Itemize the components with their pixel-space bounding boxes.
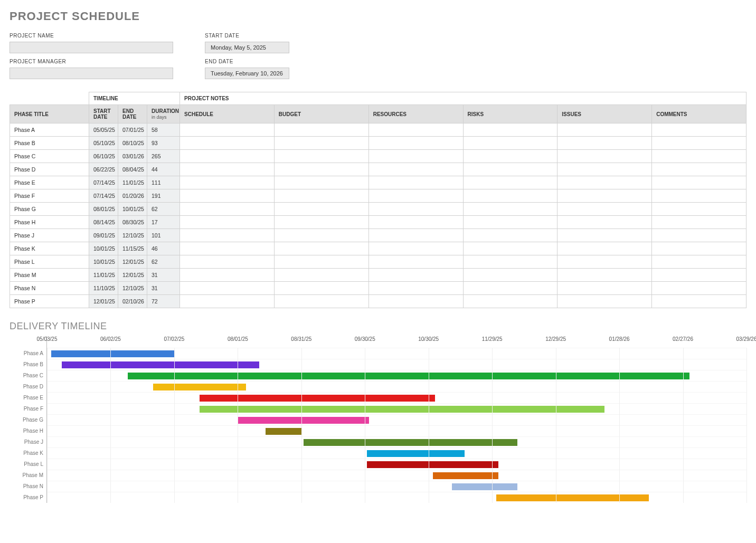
cell-schedule[interactable] (180, 163, 275, 176)
cell-resources[interactable] (368, 163, 463, 176)
cell-comments[interactable] (652, 295, 746, 308)
gantt-row-label: Phase G (10, 414, 46, 425)
cell-schedule[interactable] (180, 216, 275, 229)
cell-resources[interactable] (368, 229, 463, 242)
cell-start: 12/01/25 (89, 295, 118, 308)
cell-schedule[interactable] (180, 150, 275, 163)
project-manager-label: PROJECT MANAGER (10, 59, 173, 64)
cell-comments[interactable] (652, 255, 746, 269)
cell-comments[interactable] (652, 123, 746, 137)
cell-budget[interactable] (274, 216, 368, 229)
cell-issues[interactable] (557, 269, 652, 282)
cell-schedule[interactable] (180, 269, 275, 282)
cell-issues[interactable] (557, 123, 652, 137)
cell-budget[interactable] (274, 176, 368, 189)
cell-duration: 62 (147, 255, 180, 269)
cell-resources[interactable] (368, 150, 463, 163)
cell-phase: Phase J (10, 229, 89, 242)
cell-schedule[interactable] (180, 189, 275, 203)
cell-budget[interactable] (274, 282, 368, 295)
cell-issues[interactable] (557, 137, 652, 150)
cell-issues[interactable] (557, 255, 652, 269)
cell-risks[interactable] (463, 216, 557, 229)
gantt-row-label: Phase F (10, 403, 46, 414)
cell-comments[interactable] (652, 189, 746, 203)
cell-resources[interactable] (368, 137, 463, 150)
cell-issues[interactable] (557, 282, 652, 295)
cell-comments[interactable] (652, 176, 746, 189)
cell-schedule[interactable] (180, 229, 275, 242)
cell-resources[interactable] (368, 282, 463, 295)
gantt-bar (153, 384, 247, 390)
cell-issues[interactable] (557, 176, 652, 189)
cell-issues[interactable] (557, 203, 652, 216)
cell-resources[interactable] (368, 176, 463, 189)
start-date-value: Monday, May 5, 2025 (205, 42, 289, 53)
cell-budget[interactable] (274, 229, 368, 242)
cell-issues[interactable] (557, 150, 652, 163)
cell-schedule[interactable] (180, 123, 275, 137)
cell-comments[interactable] (652, 229, 746, 242)
cell-comments[interactable] (652, 137, 746, 150)
gantt-tick: 08/01/25 (228, 336, 248, 342)
cell-start: 11/01/25 (89, 269, 118, 282)
cell-resources[interactable] (368, 216, 463, 229)
cell-budget[interactable] (274, 269, 368, 282)
project-manager-input[interactable] (10, 68, 173, 79)
cell-schedule[interactable] (180, 255, 275, 269)
cell-risks[interactable] (463, 282, 557, 295)
cell-comments[interactable] (652, 242, 746, 255)
cell-issues[interactable] (557, 295, 652, 308)
cell-risks[interactable] (463, 189, 557, 203)
gantt-bar (266, 428, 301, 435)
cell-risks[interactable] (463, 269, 557, 282)
gantt-gridline (746, 348, 747, 503)
cell-risks[interactable] (463, 137, 557, 150)
cell-budget[interactable] (274, 123, 368, 137)
cell-schedule[interactable] (180, 282, 275, 295)
cell-budget[interactable] (274, 150, 368, 163)
cell-risks[interactable] (463, 203, 557, 216)
cell-risks[interactable] (463, 242, 557, 255)
cell-comments[interactable] (652, 216, 746, 229)
cell-budget[interactable] (274, 189, 368, 203)
cell-schedule[interactable] (180, 203, 275, 216)
cell-comments[interactable] (652, 163, 746, 176)
cell-issues[interactable] (557, 229, 652, 242)
cell-comments[interactable] (652, 269, 746, 282)
cell-budget[interactable] (274, 242, 368, 255)
cell-issues[interactable] (557, 189, 652, 203)
cell-budget[interactable] (274, 137, 368, 150)
cell-resources[interactable] (368, 255, 463, 269)
project-name-input[interactable] (10, 42, 173, 53)
cell-schedule[interactable] (180, 137, 275, 150)
cell-resources[interactable] (368, 269, 463, 282)
cell-comments[interactable] (652, 150, 746, 163)
cell-risks[interactable] (463, 255, 557, 269)
cell-risks[interactable] (463, 229, 557, 242)
cell-comments[interactable] (652, 282, 746, 295)
cell-budget[interactable] (274, 163, 368, 176)
cell-issues[interactable] (557, 163, 652, 176)
cell-budget[interactable] (274, 203, 368, 216)
cell-resources[interactable] (368, 295, 463, 308)
gantt-tick: 05/03/25 (37, 336, 58, 342)
cell-schedule[interactable] (180, 242, 275, 255)
cell-risks[interactable] (463, 163, 557, 176)
cell-duration: 191 (147, 189, 180, 203)
cell-issues[interactable] (557, 216, 652, 229)
cell-resources[interactable] (368, 203, 463, 216)
cell-schedule[interactable] (180, 176, 275, 189)
cell-resources[interactable] (368, 242, 463, 255)
cell-risks[interactable] (463, 123, 557, 137)
cell-schedule[interactable] (180, 295, 275, 308)
cell-issues[interactable] (557, 242, 652, 255)
cell-budget[interactable] (274, 255, 368, 269)
cell-comments[interactable] (652, 203, 746, 216)
cell-budget[interactable] (274, 295, 368, 308)
cell-risks[interactable] (463, 150, 557, 163)
cell-risks[interactable] (463, 176, 557, 189)
cell-risks[interactable] (463, 295, 557, 308)
cell-resources[interactable] (368, 189, 463, 203)
cell-resources[interactable] (368, 123, 463, 137)
